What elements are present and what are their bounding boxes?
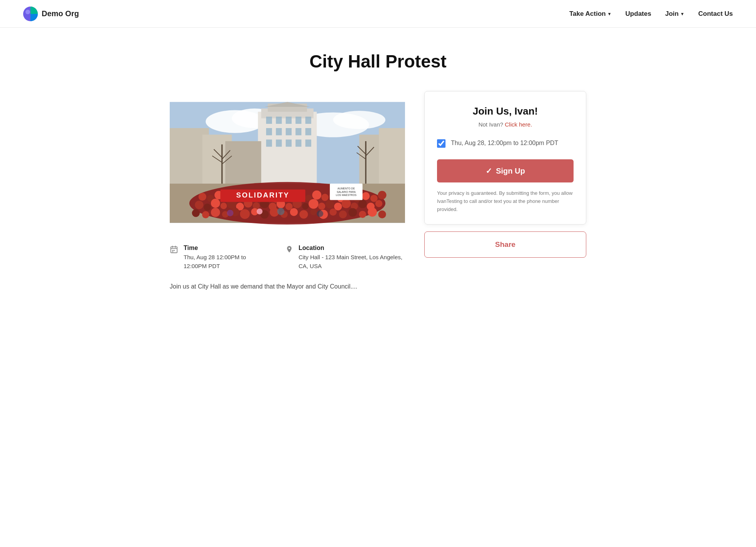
svg-rect-25 <box>305 140 311 147</box>
svg-point-125 <box>289 248 290 249</box>
logo-link[interactable]: Demo Org <box>23 7 79 21</box>
event-right: Join Us, Ivan! Not Ivan? Click here. Thu… <box>424 91 586 258</box>
event-time-text: Thu, Aug 28, 12:00pm to 12:00pm PDT <box>451 138 558 148</box>
updates-link[interactable]: Updates <box>625 10 651 18</box>
share-card: Share <box>424 231 586 258</box>
calendar-icon <box>170 245 178 256</box>
svg-point-62 <box>362 192 370 200</box>
svg-point-57 <box>321 194 329 201</box>
svg-point-108 <box>329 208 337 216</box>
nav-item-contact[interactable]: Contact Us <box>698 10 733 18</box>
svg-rect-22 <box>276 140 282 147</box>
svg-point-56 <box>312 191 321 200</box>
svg-text:LOS MAESTROS: LOS MAESTROS <box>336 194 357 196</box>
svg-rect-19 <box>295 128 301 135</box>
nav-item-join[interactable]: Join ▼ <box>665 10 684 18</box>
signup-button[interactable]: ✓ Sign Up <box>437 159 574 182</box>
svg-point-115 <box>277 208 285 215</box>
svg-point-78 <box>302 203 309 209</box>
location-label: Location <box>299 245 405 252</box>
svg-point-104 <box>290 208 298 216</box>
svg-point-111 <box>359 211 366 218</box>
contact-link[interactable]: Contact Us <box>698 10 733 18</box>
svg-rect-11 <box>266 116 272 124</box>
share-button[interactable]: Share <box>433 240 577 249</box>
svg-rect-118 <box>171 247 177 253</box>
main-content: City Hall Protest <box>154 28 602 322</box>
svg-rect-24 <box>295 140 301 147</box>
chevron-down-icon: ▼ <box>680 12 684 16</box>
svg-point-95 <box>202 211 209 218</box>
svg-rect-15 <box>305 116 311 124</box>
logo-icon <box>23 7 38 21</box>
svg-point-79 <box>309 199 318 209</box>
svg-point-65 <box>195 201 203 209</box>
svg-point-87 <box>375 200 383 207</box>
event-left: SOLIDARITY AUMENTO DE SALARIO PARA LOS M… <box>170 91 405 292</box>
nav-item-updates[interactable]: Updates <box>625 10 651 18</box>
privacy-text: Your privacy is guaranteed. By submittin… <box>437 189 574 213</box>
svg-point-112 <box>368 208 377 217</box>
svg-point-113 <box>378 211 386 218</box>
svg-point-80 <box>318 203 326 210</box>
svg-point-42 <box>199 193 206 201</box>
svg-rect-30 <box>379 128 405 190</box>
event-meta: Time Thu, Aug 28 12:00PM to 12:00PM PDT … <box>170 245 405 270</box>
svg-rect-21 <box>266 140 272 147</box>
svg-point-96 <box>211 208 220 217</box>
svg-rect-18 <box>286 128 292 135</box>
svg-text:AUMENTO DE: AUMENTO DE <box>338 187 355 190</box>
navbar: Demo Org Take Action ▼ Updates Join ▼ Co… <box>0 0 756 28</box>
svg-rect-122 <box>172 250 173 251</box>
event-image: SOLIDARITY AUMENTO DE SALARIO PARA LOS M… <box>170 91 405 234</box>
page-title: City Hall Protest <box>170 51 586 72</box>
svg-rect-12 <box>276 116 282 124</box>
svg-rect-23 <box>286 140 292 147</box>
svg-point-116 <box>317 211 323 217</box>
event-image-container: SOLIDARITY AUMENTO DE SALARIO PARA LOS M… <box>170 91 405 234</box>
svg-rect-20 <box>305 128 311 135</box>
time-label: Time <box>184 245 266 252</box>
event-description: Join us at City Hall as we demand that t… <box>170 281 405 292</box>
svg-point-114 <box>227 210 233 216</box>
join-link[interactable]: Join ▼ <box>665 10 684 18</box>
svg-text:SOLIDARITY: SOLIDARITY <box>236 191 289 199</box>
svg-point-94 <box>192 209 200 217</box>
svg-point-6 <box>333 111 386 129</box>
not-ivan-link[interactable]: Click here. <box>505 121 532 128</box>
event-checkbox[interactable] <box>437 139 446 148</box>
time-info: Time Thu, Aug 28 12:00PM to 12:00PM PDT <box>184 245 266 270</box>
event-time-row: Thu, Aug 28, 12:00pm to 12:00pm PDT <box>437 138 574 148</box>
svg-rect-13 <box>286 116 292 124</box>
logo-text: Demo Org <box>42 9 79 18</box>
svg-rect-17 <box>276 128 282 135</box>
svg-point-109 <box>339 211 347 218</box>
svg-point-105 <box>299 210 308 219</box>
event-checkbox-wrapper[interactable] <box>437 139 446 148</box>
time-value: Thu, Aug 28 12:00PM to 12:00PM PDT <box>184 253 266 270</box>
svg-point-64 <box>378 191 386 199</box>
svg-point-63 <box>370 195 378 202</box>
take-action-link[interactable]: Take Action ▼ <box>569 10 611 18</box>
svg-point-110 <box>348 208 357 217</box>
card-title: Join Us, Ivan! <box>437 105 574 117</box>
location-value: City Hall - 123 Main Street, Los Angeles… <box>299 253 405 270</box>
signup-card: Join Us, Ivan! Not Ivan? Click here. Thu… <box>424 91 586 225</box>
svg-text:SALARIO PARA: SALARIO PARA <box>337 191 356 193</box>
location-block: Location City Hall - 123 Main Street, Lo… <box>285 245 405 270</box>
svg-point-68 <box>220 203 227 209</box>
svg-rect-16 <box>266 128 272 135</box>
svg-rect-14 <box>295 116 301 124</box>
svg-rect-124 <box>172 252 173 252</box>
nav-item-take-action[interactable]: Take Action ▼ <box>569 10 611 18</box>
svg-point-106 <box>310 209 317 215</box>
nav-links: Take Action ▼ Updates Join ▼ Contact Us <box>569 10 733 18</box>
svg-point-66 <box>204 204 211 211</box>
chevron-down-icon: ▼ <box>607 12 611 16</box>
checkmark-icon: ✓ <box>486 166 492 176</box>
svg-point-67 <box>211 199 220 208</box>
svg-point-1 <box>25 10 30 14</box>
time-block: Time Thu, Aug 28 12:00PM to 12:00PM PDT <box>170 245 266 270</box>
svg-point-83 <box>342 199 351 208</box>
svg-point-117 <box>256 208 262 214</box>
